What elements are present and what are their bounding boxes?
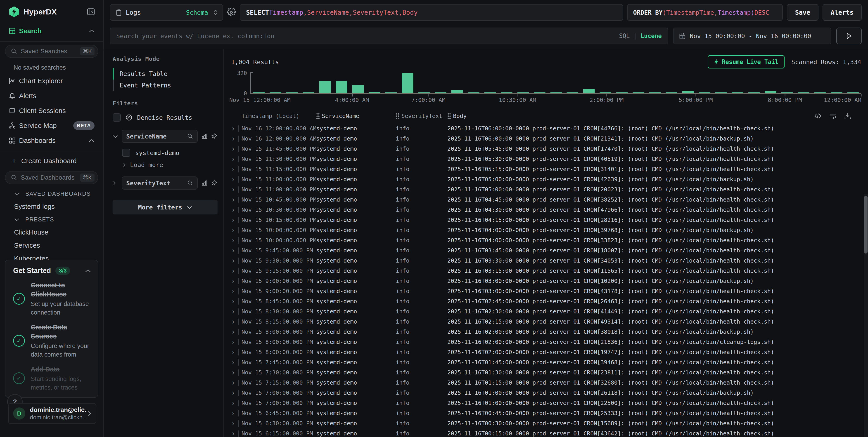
table-row[interactable]: ›Nov 15 11:00:00.000 PMsystemd-demoinfo2…: [231, 184, 861, 195]
sidebar-item-systemd-logs[interactable]: Systemd logs: [0, 200, 103, 213]
table-row[interactable]: ›Nov 15 9:45:00.000 PMsystemd-demoinfo20…: [231, 245, 861, 256]
table-row[interactable]: ›Nov 15 8:30:00.000 PMsystemd-demoinfo20…: [231, 306, 861, 316]
row-expand-icon[interactable]: ›: [231, 125, 242, 132]
row-expand-icon[interactable]: ›: [231, 419, 242, 427]
sidebar-item-dashboards[interactable]: Dashboards: [0, 133, 103, 148]
drag-handle-icon[interactable]: [447, 113, 451, 119]
lucene-mode-toggle[interactable]: Lucene: [641, 33, 662, 39]
chevron-up-icon[interactable]: [85, 269, 91, 272]
row-expand-icon[interactable]: ›: [231, 226, 242, 234]
row-expand-icon[interactable]: ›: [231, 338, 242, 346]
row-expand-icon[interactable]: ›: [231, 307, 242, 315]
table-row[interactable]: ›Nov 15 7:00:00.000 PMsystemd-demoinfo20…: [231, 388, 861, 398]
get-started-step-add-data[interactable]: ✓ Add Data Start sending logs, metrics, …: [13, 365, 91, 392]
facet-value-row[interactable]: systemd-demo: [122, 149, 218, 157]
table-row[interactable]: ›Nov 15 9:15:00.000 PMsystemd-demoinfo20…: [231, 266, 861, 276]
row-expand-icon[interactable]: ›: [231, 155, 242, 163]
facet-chart-icon[interactable]: [201, 180, 208, 187]
collapse-sidebar-icon[interactable]: [87, 8, 95, 15]
row-expand-icon[interactable]: ›: [231, 297, 242, 305]
time-range-picker[interactable]: 1 Nov 15 00:00:00 - Nov 16 00:00:00: [673, 28, 831, 44]
table-row[interactable]: ›Nov 15 8:00:00.000 PMsystemd-demoinfo20…: [231, 327, 861, 337]
pin-icon[interactable]: [211, 133, 218, 140]
table-row[interactable]: ›Nov 15 9:00:00.000 PMsystemd-demoinfo20…: [231, 276, 861, 286]
presets-group[interactable]: PRESETS: [0, 213, 103, 226]
load-more-button[interactable]: Load more: [123, 161, 218, 168]
row-expand-icon[interactable]: ›: [231, 369, 242, 376]
table-row[interactable]: ›Nov 15 7:45:00.000 PMsystemd-demoinfo20…: [231, 357, 861, 367]
order-by-input[interactable]: ORDER BY (TimestampTime, Timestamp) DESC: [627, 4, 783, 21]
row-expand-icon[interactable]: ›: [231, 236, 242, 244]
table-row[interactable]: ›Nov 15 10:00:00.000 PMsystemd-demoinfo2…: [231, 225, 861, 235]
row-expand-icon[interactable]: ›: [231, 186, 242, 194]
events-histogram[interactable]: 320 0 Nov 15 12:00:00 AM4:00:00 AM7:00:0…: [231, 71, 861, 103]
table-row[interactable]: ›Nov 15 9:30:00.000 PMsystemd-demoinfo20…: [231, 256, 861, 266]
row-expand-icon[interactable]: ›: [231, 257, 242, 265]
row-expand-icon[interactable]: ›: [231, 389, 242, 397]
row-expand-icon[interactable]: ›: [231, 277, 242, 285]
row-expand-icon[interactable]: ›: [231, 135, 242, 142]
row-expand-icon[interactable]: ›: [231, 348, 242, 356]
table-row[interactable]: ›Nov 15 8:00:00.000 PMsystemd-demoinfo20…: [231, 347, 861, 357]
saved-searches-input[interactable]: Saved Searches ⌘K: [5, 45, 98, 58]
row-expand-icon[interactable]: ›: [231, 287, 242, 295]
table-row[interactable]: ›Nov 15 11:30:00.000 PMsystemd-demoinfo2…: [231, 154, 861, 164]
table-row[interactable]: ›Nov 15 10:30:00.000 PMsystemd-demoinfo2…: [231, 205, 861, 215]
run-query-button[interactable]: [836, 28, 862, 44]
table-row[interactable]: ›Nov 15 10:45:00.000 PMsystemd-demoinfo2…: [231, 195, 861, 205]
table-row[interactable]: ›Nov 16 12:00:00.000 AMsystemd-demoinfo2…: [231, 134, 861, 144]
code-view-icon[interactable]: [814, 112, 822, 119]
row-expand-icon[interactable]: ›: [231, 409, 242, 417]
row-expand-icon[interactable]: ›: [231, 318, 242, 326]
drag-handle-icon[interactable]: [396, 113, 399, 119]
table-row[interactable]: ›Nov 15 10:15:00.000 PMsystemd-demoinfo2…: [231, 215, 861, 225]
row-expand-icon[interactable]: ›: [231, 165, 242, 173]
row-expand-icon[interactable]: ›: [231, 216, 242, 224]
sidebar-item-chart-explorer[interactable]: Chart Explorer: [0, 73, 103, 88]
save-button[interactable]: Save: [787, 4, 818, 21]
column-body[interactable]: Body: [447, 113, 814, 119]
row-expand-icon[interactable]: ›: [231, 267, 242, 275]
event-search-input[interactable]: Search your events w/ Lucene ex. column:…: [110, 28, 668, 44]
saved-dashboards-input[interactable]: Saved Dashboards ⌘K: [5, 171, 98, 184]
table-row[interactable]: ›Nov 15 6:30:00.000 PMsystemd-demoinfo20…: [231, 418, 861, 428]
chevron-down-icon[interactable]: [113, 135, 119, 138]
source-settings-gear-icon[interactable]: [227, 8, 236, 17]
pin-icon[interactable]: [211, 180, 218, 187]
row-expand-icon[interactable]: ›: [231, 358, 242, 366]
sidebar-item-clickhouse[interactable]: ClickHouse: [0, 226, 103, 239]
table-row[interactable]: ›Nov 15 6:15:00.000 PMsystemd-demoinfo20…: [231, 428, 861, 437]
row-expand-icon[interactable]: ›: [231, 430, 242, 437]
column-servicename[interactable]: ServiceName: [316, 113, 396, 119]
mode-event-patterns[interactable]: Event Patterns: [113, 79, 218, 91]
facet-search-box[interactable]: ServiceName: [122, 130, 198, 143]
row-expand-icon[interactable]: ›: [231, 399, 242, 407]
row-expand-icon[interactable]: ›: [231, 175, 242, 183]
resume-live-tail-button[interactable]: Resume Live Tail: [708, 55, 784, 68]
column-timestamp[interactable]: Timestamp (Local): [242, 113, 316, 119]
table-row[interactable]: ›Nov 15 8:15:00.000 PMsystemd-demoinfo20…: [231, 316, 861, 327]
sidebar-item-search[interactable]: Search: [0, 24, 103, 38]
table-row[interactable]: ›Nov 15 11:45:00.000 PMsystemd-demoinfo2…: [231, 144, 861, 154]
table-row[interactable]: ›Nov 15 8:00:00.000 PMsystemd-demoinfo20…: [231, 337, 861, 347]
table-row[interactable]: ›Nov 15 9:00:00.000 PMsystemd-demoinfo20…: [231, 286, 861, 296]
table-row[interactable]: ›Nov 15 11:15:00.000 PMsystemd-demoinfo2…: [231, 164, 861, 174]
sidebar-item-client-sessions[interactable]: Client Sessions: [0, 103, 103, 118]
facet-value-checkbox[interactable]: [122, 149, 130, 157]
table-row[interactable]: ›Nov 15 7:00:00.000 PMsystemd-demoinfo20…: [231, 398, 861, 408]
facet-chart-icon[interactable]: [201, 133, 208, 140]
alerts-button[interactable]: Alerts: [823, 4, 862, 21]
create-dashboard-button[interactable]: + Create Dashboard: [0, 154, 103, 168]
row-expand-icon[interactable]: ›: [231, 206, 242, 214]
user-card[interactable]: D dominic.tran@clic... dominic.tran@clic…: [8, 403, 96, 424]
table-row[interactable]: ›Nov 15 8:45:00.000 PMsystemd-demoinfo20…: [231, 296, 861, 306]
more-filters-button[interactable]: More filters: [113, 200, 218, 214]
sql-mode-toggle[interactable]: SQL: [619, 33, 630, 39]
select-query-input[interactable]: SELECT Timestamp,ServiceName,SeverityTex…: [240, 4, 623, 21]
download-icon[interactable]: [844, 112, 851, 119]
table-row[interactable]: ›Nov 15 11:00:00.000 PMsystemd-demoinfo2…: [231, 174, 861, 184]
get-started-step-datasources[interactable]: ✓ Create Data Sources Configure where yo…: [13, 323, 91, 359]
table-row[interactable]: ›Nov 15 7:30:00.000 PMsystemd-demoinfo20…: [231, 367, 861, 377]
drag-handle-icon[interactable]: [316, 113, 319, 119]
row-expand-icon[interactable]: ›: [231, 196, 242, 204]
